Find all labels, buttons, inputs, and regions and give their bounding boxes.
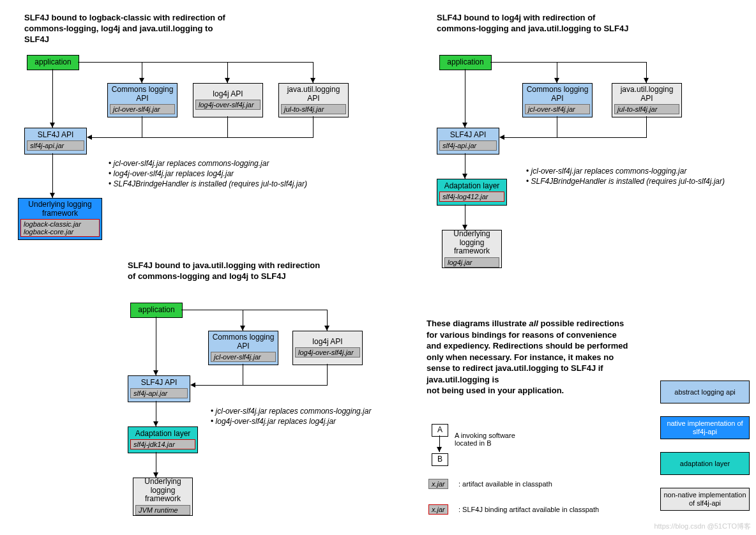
explain-paragraph: These diagrams illustrate all possible r…: [427, 318, 631, 396]
d1-log4j-jar: log4j-over-slf4j.jar: [195, 100, 261, 110]
d3-application: application: [439, 55, 492, 70]
d2-log4j-api: log4j API log4j-over-slf4j.jar: [292, 331, 363, 365]
legend-abstract-api: abstract logging api: [660, 381, 750, 403]
d2-commons-jar: jcl-over-slf4j.jar: [211, 352, 276, 362]
legend-jar-plain: x.jar: [427, 479, 450, 491]
d1-title: SLF4J bound to logback-classic with redi…: [24, 13, 229, 45]
d3-underlying: Underlying logging framework log4j.jar: [442, 230, 502, 268]
h: [504, 137, 647, 138]
ah: [225, 78, 230, 83]
legend-native-impl: native implementation of slf4j-api: [660, 416, 750, 439]
d3-commons-api: Commons logging API jcl-over-slf4j.jar: [522, 83, 593, 117]
ah: [554, 78, 559, 83]
d2-commons-api: Commons logging API jcl-over-slf4j.jar: [208, 331, 278, 365]
v: [465, 69, 465, 128]
d2-title: SLF4J bound to java.util.logging with re…: [128, 260, 326, 282]
d2-adapt-jar: slf4j-jdk14.jar: [130, 439, 195, 449]
ah: [644, 78, 649, 83]
ah: [153, 421, 158, 426]
d1-jul-api: java.util.logging API jul-to-slf4j.jar: [278, 83, 349, 117]
arrowhead: [50, 123, 55, 128]
legend-ab-text: A invoking software located in B: [455, 432, 531, 447]
legend-jar-plain-text: : artifact available in classpath: [458, 480, 552, 488]
legend-box-b: B: [432, 453, 448, 466]
ah: [462, 174, 467, 179]
ah: [324, 326, 329, 331]
d1-commons-jar: jcl-over-slf4j.jar: [110, 104, 175, 114]
d2-notes: • jcl-over-slf4j.jar replaces commons-lo…: [211, 406, 415, 426]
ah: [190, 382, 195, 388]
d2-slf4j-jar: slf4j-api.jar: [130, 388, 188, 398]
v: [243, 364, 243, 385]
d3-notes: • jcl-over-slf4j.jar replaces commons-lo…: [526, 166, 756, 186]
ah: [462, 225, 467, 230]
h: [490, 62, 646, 63]
ah: [139, 78, 144, 83]
ah: [87, 135, 92, 140]
d1-arrow-slf4j-under: [52, 153, 53, 198]
d2-adaptation: Adaptation layer slf4j-jdk14.jar: [128, 426, 198, 453]
d3-jul-api: java.util.logging API jul-to-slf4j.jar: [612, 83, 682, 117]
d1-slf4j-api: SLF4J API slf4j-api.jar: [24, 128, 87, 154]
d1-log4j-api: log4j API log4j-over-slf4j.jar: [193, 83, 263, 117]
ah: [499, 135, 504, 140]
ah: [437, 447, 442, 452]
d2-log4j-jar: log4j-over-slf4j.jar: [295, 347, 360, 358]
d3-slf4j-jar: slf4j-api.jar: [439, 140, 497, 151]
d1-arrow-app-slf4j: [52, 69, 53, 128]
d1-commons-api: Commons logging API jcl-over-slf4j.jar: [107, 83, 178, 117]
d2-slf4j-api: SLF4J API slf4j-api.jar: [128, 375, 190, 402]
h: [181, 310, 327, 310]
ah: [153, 472, 158, 478]
d1-slf4j-jar: slf4j-api.jar: [27, 140, 84, 151]
v: [327, 364, 328, 385]
d3-adaptation: Adaptation layer slf4j-log412.jar: [437, 179, 507, 206]
v: [142, 116, 142, 137]
v: [646, 116, 647, 137]
d2-underlying: Underlying logging framework JVM runtime: [133, 478, 193, 516]
v: [227, 116, 228, 137]
v: [313, 116, 314, 137]
h: [195, 385, 328, 386]
ah: [50, 193, 55, 198]
d3-jul-jar: jul-to-slf4j.jar: [614, 104, 679, 114]
d1-notes: • jcl-over-slf4j.jar replaces commons-lo…: [109, 158, 377, 190]
d1-jul-jar: jul-to-slf4j.jar: [281, 104, 346, 114]
v: [156, 317, 156, 375]
diagram-canvas: SLF4J bound to logback-classic with redi…: [0, 0, 756, 535]
legend-nonnative-impl: non-native implementation of slf4j-api: [660, 488, 750, 511]
d2-application: application: [130, 303, 183, 318]
d1-underlying-jar: logback-classic.jar logback-core.jar: [20, 219, 100, 237]
d3-title: SLF4J bound to log4j with redirection of…: [437, 13, 635, 34]
legend-jar-red-text: : SLF4J binding artifact available in cl…: [458, 506, 599, 513]
d1-arrow-apis-slf4j: [92, 137, 314, 138]
legend-jar-red: x.jar: [427, 504, 450, 516]
v: [557, 116, 557, 137]
d3-commons-jar: jcl-over-slf4j.jar: [525, 104, 590, 114]
d1-underlying: Underlying logging framework logback-cla…: [18, 198, 102, 240]
d3-adapt-jar: slf4j-log412.jar: [439, 192, 504, 202]
d3-slf4j-api: SLF4J API slf4j-api.jar: [437, 128, 499, 154]
d1-arrow-app-hbus: [78, 62, 313, 63]
legend-adaptation: adaptation layer: [660, 452, 750, 475]
d1-application: application: [27, 55, 79, 70]
ah: [153, 370, 158, 375]
ah: [310, 78, 315, 83]
ah: [240, 326, 245, 331]
ah: [462, 123, 467, 128]
d2-under-jar: JVM runtime: [135, 505, 190, 515]
d3-under-jar: log4j.jar: [444, 257, 499, 268]
legend-box-a: A: [432, 424, 448, 437]
watermark: https://blog.csdn @51CTO博客: [654, 522, 751, 531]
